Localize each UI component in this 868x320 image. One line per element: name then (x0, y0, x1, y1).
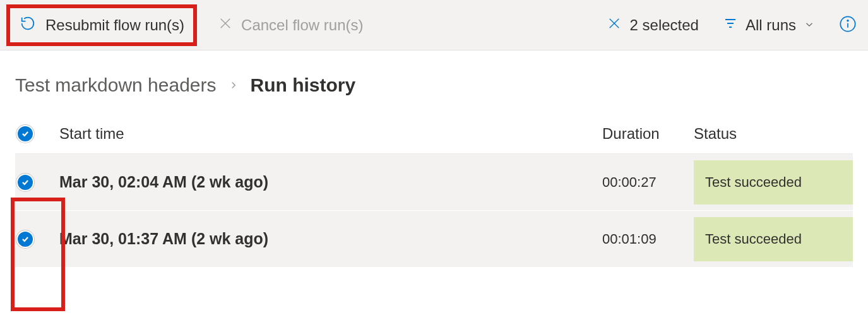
cancel-button: Cancel flow run(s) (210, 10, 372, 40)
resubmit-button[interactable]: Resubmit flow run(s) (6, 4, 197, 46)
cell-start-time: Mar 30, 01:37 AM (2 wk ago) (59, 230, 602, 248)
breadcrumb: Test markdown headers Run history (0, 50, 868, 114)
select-all-checkbox[interactable] (15, 125, 59, 143)
toolbar: Resubmit flow run(s) Cancel flow run(s) … (0, 0, 868, 50)
status-badge: Test succeeded (694, 217, 853, 261)
check-circle-icon (16, 230, 34, 248)
row-checkbox[interactable] (15, 230, 59, 248)
header-start-time[interactable]: Start time (59, 125, 602, 143)
table-row[interactable]: Mar 30, 01:37 AM (2 wk ago) 00:01:09 Tes… (15, 211, 853, 268)
run-history-table: Start time Duration Status Mar 30, 02:04… (0, 114, 868, 268)
row-checkbox[interactable] (15, 174, 59, 191)
x-icon (218, 16, 232, 34)
chevron-down-icon (804, 16, 815, 34)
svg-point-9 (847, 20, 848, 21)
filter-dropdown[interactable]: All runs (723, 16, 815, 35)
table-row[interactable]: Mar 30, 02:04 AM (2 wk ago) 00:00:27 Tes… (15, 154, 853, 211)
cell-start-time: Mar 30, 02:04 AM (2 wk ago) (59, 173, 602, 191)
refresh-icon (19, 15, 37, 36)
chevron-right-icon (228, 76, 239, 95)
check-circle-icon (16, 125, 34, 143)
header-status[interactable]: Status (694, 125, 853, 143)
breadcrumb-current: Run history (251, 74, 356, 96)
cell-duration: 00:00:27 (602, 174, 694, 191)
table-header-row: Start time Duration Status (15, 114, 853, 154)
resubmit-label: Resubmit flow run(s) (45, 16, 184, 34)
check-circle-icon (16, 174, 34, 191)
selected-count-label: 2 selected (630, 16, 699, 34)
header-duration[interactable]: Duration (602, 125, 694, 143)
filter-label: All runs (746, 16, 796, 34)
clear-selection-button[interactable]: 2 selected (607, 16, 699, 34)
breadcrumb-parent[interactable]: Test markdown headers (15, 74, 217, 96)
filter-icon (723, 16, 738, 35)
cell-duration: 00:01:09 (602, 231, 694, 247)
info-icon[interactable] (839, 15, 864, 35)
x-icon (607, 16, 621, 34)
cancel-label: Cancel flow run(s) (241, 16, 363, 34)
status-badge: Test succeeded (694, 160, 853, 204)
